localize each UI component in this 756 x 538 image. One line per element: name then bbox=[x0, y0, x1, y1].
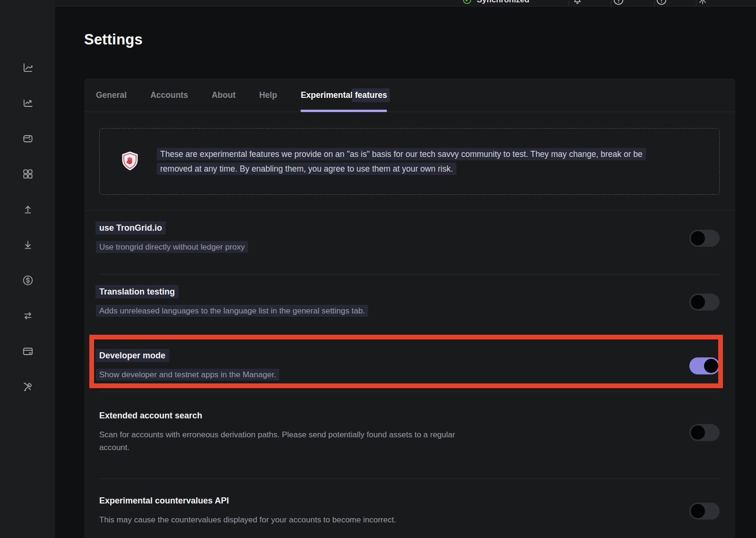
toggle-developer-mode[interactable] bbox=[689, 357, 720, 374]
tab-help[interactable]: Help bbox=[259, 78, 277, 112]
tab-general[interactable]: General bbox=[96, 78, 127, 112]
row-title: Translation testing bbox=[99, 287, 365, 297]
settings-rows: use TronGrid.io Use trongrid directly wi… bbox=[84, 211, 735, 538]
discover-grid-icon bbox=[22, 168, 34, 180]
market-trend-icon bbox=[22, 97, 34, 109]
toggle-knob bbox=[691, 504, 705, 518]
topbar-divider bbox=[654, 0, 655, 6]
toggle-knob bbox=[691, 231, 705, 245]
check-circle-icon bbox=[462, 0, 472, 5]
sidebar-item-market[interactable] bbox=[22, 97, 34, 109]
topbar: Synchronized bbox=[55, 0, 756, 7]
toggle-experimental-countervalues[interactable] bbox=[689, 503, 720, 520]
settings-row-translation-testing: Translation testing Adds unreleased lang… bbox=[99, 274, 720, 338]
row-description: Scan for accounts with erroneous derivat… bbox=[99, 428, 487, 454]
help-button[interactable] bbox=[613, 0, 624, 6]
row-title: Experimental countervalues API bbox=[99, 496, 396, 506]
toggle-extended-account-search[interactable] bbox=[689, 424, 720, 441]
row-title: use TronGrid.io bbox=[99, 223, 245, 233]
settings-card: General Accounts About Help Experimental… bbox=[84, 78, 735, 538]
settings-row-experimental-countervalues: Experimental countervalues API This may … bbox=[99, 478, 720, 538]
row-description: This may cause the countervalues display… bbox=[99, 513, 396, 526]
row-title: Extended account search bbox=[99, 411, 487, 421]
card-icon bbox=[22, 345, 34, 357]
row-description: Adds unreleased languages to the languag… bbox=[99, 304, 365, 317]
sidebar-item-card[interactable] bbox=[22, 345, 34, 357]
page-title: Settings bbox=[84, 31, 143, 48]
sync-status-label: Synchronized bbox=[477, 0, 529, 5]
receive-icon bbox=[22, 239, 34, 251]
wallet-icon bbox=[22, 132, 34, 145]
tab-about[interactable]: About bbox=[212, 78, 236, 112]
info-button[interactable] bbox=[656, 0, 667, 6]
portfolio-chart-icon bbox=[22, 61, 34, 74]
gear-icon bbox=[697, 0, 708, 5]
toggle-knob bbox=[704, 359, 718, 373]
row-description: Show developer and testnet apps in the M… bbox=[99, 368, 276, 381]
row-description: Use trongrid directly without ledger pro… bbox=[99, 241, 245, 253]
toggle-translation-testing[interactable] bbox=[689, 294, 720, 311]
settings-row-developer-mode: Developer mode Show developer and testne… bbox=[99, 338, 720, 391]
toggle-use-trongrid[interactable] bbox=[689, 230, 720, 247]
buy-sell-icon bbox=[22, 274, 34, 286]
sidebar-item-swap[interactable] bbox=[22, 310, 34, 322]
tab-experimental-features[interactable]: Experimental features bbox=[301, 78, 387, 112]
sidebar-item-discover[interactable] bbox=[22, 168, 34, 180]
tab-accounts[interactable]: Accounts bbox=[150, 78, 188, 112]
sidebar-item-tools[interactable] bbox=[22, 381, 34, 393]
notifications-button[interactable] bbox=[572, 0, 583, 5]
settings-tabs: General Accounts About Help Experimental… bbox=[84, 78, 735, 112]
swap-icon bbox=[22, 310, 34, 322]
sync-status: Synchronized bbox=[462, 0, 529, 5]
experimental-warning-text: These are experimental features we provi… bbox=[160, 147, 676, 176]
send-icon bbox=[22, 203, 34, 216]
topbar-divider bbox=[696, 0, 696, 6]
tools-icon bbox=[22, 381, 34, 393]
sidebar-item-receive[interactable] bbox=[22, 239, 34, 251]
help-circle-icon bbox=[613, 0, 624, 6]
topbar-divider bbox=[568, 0, 569, 6]
sidebar-item-portfolio[interactable] bbox=[22, 61, 34, 74]
sidebar-item-accounts[interactable] bbox=[22, 132, 34, 145]
settings-button[interactable] bbox=[697, 0, 708, 5]
sidebar-item-buy-sell[interactable] bbox=[22, 274, 34, 286]
experimental-warning-section: These are experimental features we provi… bbox=[84, 112, 735, 211]
info-circle-icon bbox=[656, 0, 667, 6]
settings-row-extended-account-search: Extended account search Scan for account… bbox=[99, 391, 720, 478]
topbar-divider bbox=[611, 0, 611, 6]
bell-icon bbox=[572, 0, 583, 5]
row-title: Developer mode bbox=[99, 351, 276, 361]
stop-hand-shield-icon bbox=[119, 150, 141, 174]
experimental-warning-box: These are experimental features we provi… bbox=[99, 128, 720, 195]
sidebar-item-send[interactable] bbox=[22, 203, 34, 216]
toggle-knob bbox=[691, 425, 705, 440]
toggle-knob bbox=[691, 295, 705, 309]
settings-row-use-trongrid: use TronGrid.io Use trongrid directly wi… bbox=[99, 211, 720, 274]
sidebar bbox=[0, 0, 55, 538]
